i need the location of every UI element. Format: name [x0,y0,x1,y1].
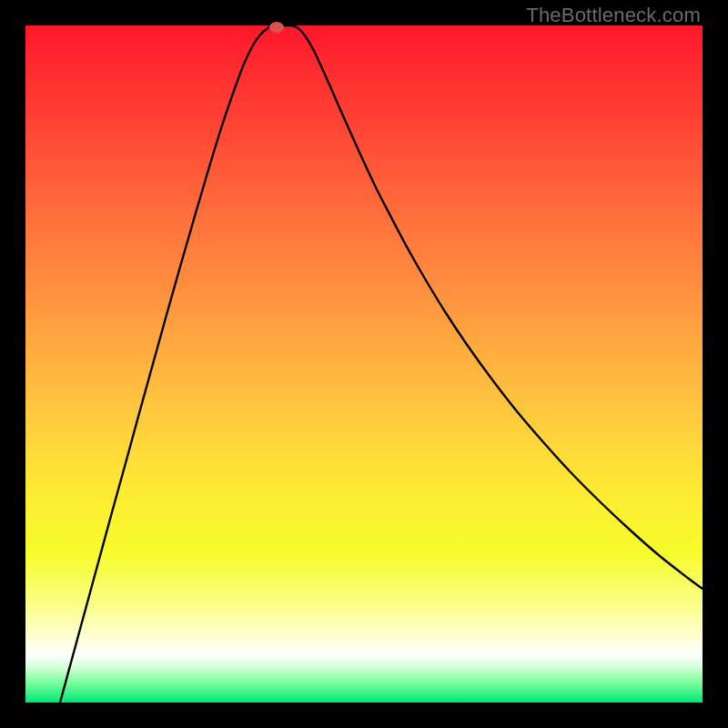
min-marker [269,22,284,33]
bottleneck-curve-path [60,25,703,703]
chart-frame [25,25,703,703]
chart-svg [25,25,703,703]
watermark-text: TheBottleneck.com [526,4,701,27]
